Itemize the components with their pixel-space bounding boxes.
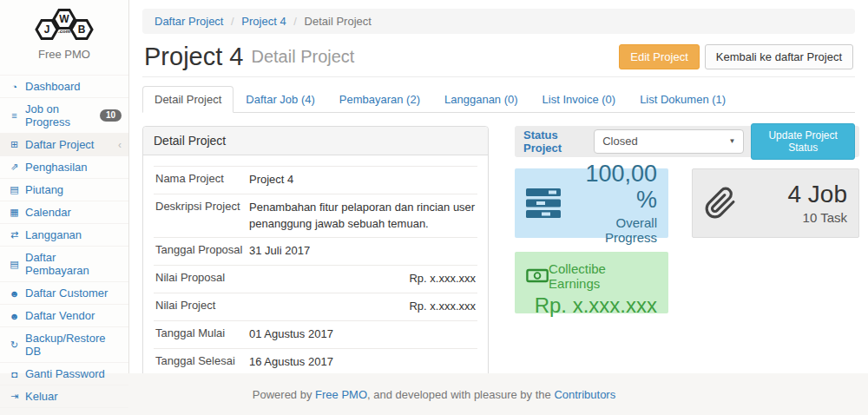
back-to-list-button[interactable]: Kembali ke daftar Project [705, 44, 853, 69]
lock-icon: ◘ [7, 369, 22, 379]
footer-text: Powered by [253, 388, 315, 401]
tab-detail-project[interactable]: Detail Project [142, 86, 233, 113]
dashboard-icon: ◔ [7, 82, 22, 92]
table-row: Tanggal Mulai 01 Agustus 2017 [154, 320, 477, 348]
sidebar-item-piutang[interactable]: ▤ Piutang [0, 178, 128, 201]
earnings-label: Collectibe Earnings [549, 261, 657, 291]
earnings-value: Rp. x.xxx.xxx [526, 293, 657, 318]
sidebar-item-dashboard[interactable]: ◔ Dashboard [0, 75, 128, 97]
repeat-icon: ⇄ [7, 229, 22, 240]
status-select-value: Closed [602, 135, 637, 148]
detail-project-panel: Detail Project Nama Project Project 4 De… [142, 126, 489, 373]
sidebar-item-label: Ganti Password [25, 367, 105, 380]
breadcrumb-daftar-project[interactable]: Daftar Project [155, 15, 223, 28]
sidebar-item-label: Daftar Pembayaran [25, 251, 122, 277]
overall-progress-value: 100,00 % [561, 161, 657, 213]
contributors-link[interactable]: Contributors [554, 388, 615, 401]
table-row: Deskripsi Project Penambahan fitur pelap… [154, 194, 477, 238]
table-row: Nilai Project Rp. x.xxx.xxx [154, 293, 477, 320]
tasks-icon [526, 188, 561, 218]
svg-text:B: B [78, 23, 86, 36]
app-window: J W B .com Free PMO ◔ Dashboard ≡ Job on… [0, 0, 868, 373]
sidebar-item-label: Langganan [25, 228, 82, 241]
sidebar-item-label: Daftar Project [25, 138, 94, 151]
task-count-value: 10 Task [737, 210, 847, 225]
overall-progress-box: 100,00 % Overall Progress [515, 168, 668, 238]
page-subtitle: Detail Project [251, 47, 354, 67]
chevron-left-icon: ‹ [118, 139, 122, 151]
table-row: Tanggal Selesai 16 Agustus 2017 [154, 348, 477, 373]
table-row: Nama Project Project 4 [154, 166, 477, 194]
panel-title: Detail Project [143, 127, 488, 155]
sidebar-item-label: Daftar Customer [25, 287, 108, 300]
bars-icon: ≡ [7, 110, 22, 121]
sidebar-item-label: Daftar Vendor [25, 309, 95, 322]
breadcrumb: Daftar Project / Project 4 / Detail Proj… [142, 9, 855, 34]
header-divider [142, 76, 855, 77]
breadcrumb-current: Detail Project [305, 15, 372, 28]
users-icon: ☻ [7, 288, 22, 299]
sidebar-item-calendar[interactable]: ▦ Calendar [0, 201, 128, 223]
sidebar: J W B .com Free PMO ◔ Dashboard ≡ Job on… [0, 0, 129, 373]
sidebar-item-label: Piutang [25, 183, 63, 196]
brand-name: Free PMO [0, 48, 128, 61]
caret-down-icon: ▼ [728, 137, 735, 145]
collectible-earnings-box: Collectibe Earnings Rp. x.xxx.xxx [515, 252, 668, 313]
page-header: Project 4 Detail Project Edit Project Ke… [144, 43, 853, 71]
money-icon: ▤ [7, 259, 22, 270]
svg-text:J: J [44, 23, 50, 36]
sidebar-item-label: Calendar [25, 206, 71, 219]
sidebar-item-label: Penghasilan [25, 161, 88, 174]
status-select[interactable]: Closed ▼ [594, 129, 744, 154]
table-row: Tanggal Proposal 31 Juli 2017 [154, 237, 477, 265]
job-count-badge: 10 [100, 109, 122, 122]
sidebar-item-label: Dashboard [25, 80, 81, 93]
paperclip-icon [704, 187, 737, 220]
sidebar-item-daftar-customer[interactable]: ☻ Daftar Customer [0, 281, 128, 304]
sidebar-item-keluar[interactable]: ⇥ Keluar [0, 385, 128, 408]
sidebar-item-daftar-pembayaran[interactable]: ▤ Daftar Pembayaran [0, 246, 128, 281]
status-project-bar: Status Project Closed ▼ Update Project S… [515, 126, 859, 157]
sign-out-icon: ⇥ [7, 391, 22, 402]
svg-text:.com: .com [58, 29, 70, 34]
tab-list-invoice[interactable]: List Invoice (0) [530, 86, 628, 113]
breadcrumb-separator: / [289, 15, 301, 28]
tab-pembayaran[interactable]: Pembayaran (2) [327, 86, 432, 113]
tab-langganan[interactable]: Langganan (0) [432, 86, 530, 113]
page-title: Project 4 [144, 43, 243, 71]
breadcrumb-separator: / [227, 15, 239, 28]
table-row: Nilai Proposal Rp. x.xxx.xxx [154, 265, 477, 293]
refresh-icon: ↻ [7, 339, 22, 351]
breadcrumb-project-4[interactable]: Project 4 [241, 15, 286, 28]
sidebar-item-langganan[interactable]: ⇄ Langganan [0, 223, 128, 246]
sidebar-item-penghasilan[interactable]: ⇗ Penghasilan [0, 155, 128, 178]
table-icon: ⊞ [7, 139, 22, 150]
sidebar-item-label: Backup/Restore DB [25, 332, 122, 358]
sidebar-item-backup-restore-db[interactable]: ↻ Backup/Restore DB [0, 326, 128, 362]
job-count-value: 4 Job [737, 181, 847, 208]
sidebar-nav: ◔ Dashboard ≡ Job on Progress 10 ⊞ Dafta… [0, 75, 128, 408]
chart-line-icon: ⇗ [7, 161, 22, 173]
jwb-logo: J W B .com [24, 6, 104, 44]
sidebar-item-daftar-project[interactable]: ⊞ Daftar Project ‹ [0, 133, 128, 155]
sidebar-item-daftar-vendor[interactable]: ☻ Daftar Vendor [0, 304, 128, 326]
logo-block: J W B .com Free PMO [0, 0, 128, 66]
overall-progress-label: Overall Progress [561, 215, 657, 245]
sidebar-item-label: Keluar [25, 390, 58, 403]
page-footer: Powered by Free PMO , and developed with… [0, 373, 868, 415]
tab-daftar-job[interactable]: Daftar Job (4) [233, 86, 326, 113]
detail-table: Nama Project Project 4 Deskripsi Project… [154, 166, 477, 373]
sidebar-item-label: Job on Progress [25, 102, 100, 128]
right-column: Status Project Closed ▼ Update Project S… [515, 126, 859, 373]
tab-list-dokumen[interactable]: List Dokumen (1) [628, 86, 738, 113]
update-project-status-button[interactable]: Update Project Status [751, 123, 855, 160]
tab-bar: Detail Project Daftar Job (4) Pembayaran… [142, 86, 855, 113]
status-project-label: Status Project [519, 128, 594, 155]
money-icon: ▤ [7, 184, 22, 195]
free-pmo-link[interactable]: Free PMO [315, 388, 367, 401]
main-content: Daftar Project / Project 4 / Detail Proj… [129, 0, 868, 373]
edit-project-button[interactable]: Edit Project [619, 44, 699, 69]
sidebar-item-ganti-password[interactable]: ◘ Ganti Password [0, 362, 128, 385]
svg-text:W: W [59, 13, 69, 25]
sidebar-item-job-on-progress[interactable]: ≡ Job on Progress 10 [0, 97, 128, 133]
